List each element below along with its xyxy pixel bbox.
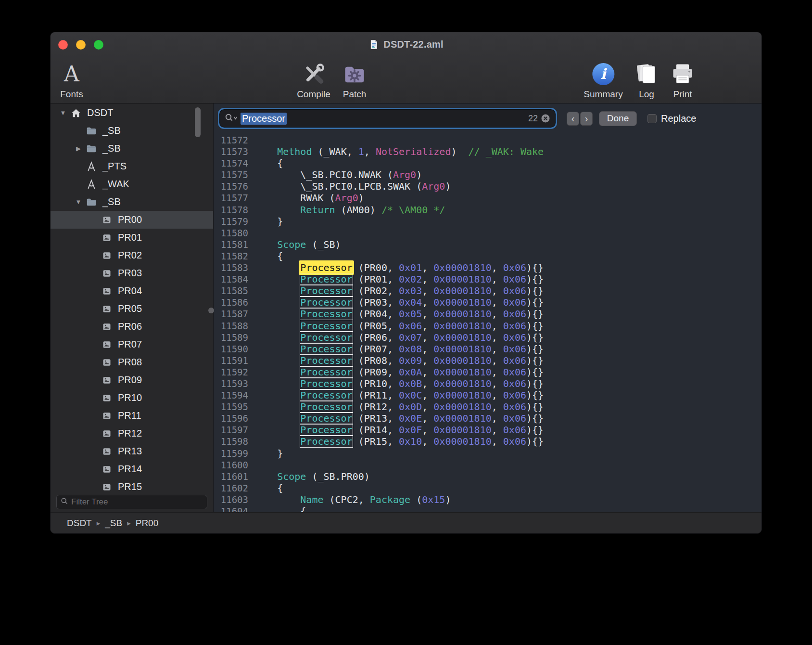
find-input[interactable]: Processor 22 [220, 110, 555, 127]
sidebar-scrollbar-thumb[interactable] [195, 107, 201, 137]
tree-item-pr10[interactable]: PR10 [51, 389, 213, 407]
tree-item-pr09[interactable]: PR09 [51, 371, 213, 389]
tree-item-pr11[interactable]: PR11 [51, 407, 213, 425]
find-previous-button[interactable]: ‹ [567, 112, 579, 126]
tree-item-pts[interactable]: _PTS [51, 157, 213, 175]
code-text: { [254, 482, 283, 494]
code-text: Processor (PR09, 0x0A, 0x00001810, 0x06)… [254, 366, 544, 378]
code-text: Processor (PR11, 0x0C, 0x00001810, 0x06)… [254, 389, 544, 401]
tree-item-pr15[interactable]: PR15 [51, 478, 213, 492]
code-token [254, 401, 300, 413]
tree-item-pr06[interactable]: PR06 [51, 318, 213, 335]
tree-item-sb[interactable]: _SB [51, 122, 213, 140]
code-token: 0x06 [503, 389, 526, 401]
code-token [254, 378, 300, 389]
tree-item-wak[interactable]: _WAK [51, 175, 213, 193]
breadcrumb-item[interactable]: PR00 [136, 518, 159, 529]
zoom-window-button[interactable] [94, 40, 103, 50]
code-line: 11588 Processor (PR05, 0x06, 0x00001810,… [214, 320, 761, 332]
code-token: 0x06 [503, 285, 526, 297]
breadcrumb-item[interactable]: DSDT [67, 518, 92, 529]
code-token: 0x08 [399, 343, 422, 355]
code-token: { [254, 157, 283, 169]
find-match: Processor [300, 355, 352, 366]
processor-icon [100, 269, 114, 278]
tree-item-sb[interactable]: ▼_SB [51, 193, 213, 211]
code-token: 0x00001810 [433, 297, 491, 308]
log-button[interactable]: Log [634, 60, 659, 100]
compile-button[interactable]: Compile [297, 60, 330, 100]
minimize-window-button[interactable] [76, 40, 86, 50]
tree-item-pr05[interactable]: PR05 [51, 300, 213, 318]
clear-search-icon[interactable] [541, 114, 550, 123]
code-token: (PR03, [353, 297, 399, 308]
code-lines[interactable]: 1157211573 Method (_WAK, 1, NotSerialize… [214, 133, 761, 512]
filter-tree-input[interactable] [71, 497, 203, 507]
tree-item-label: PR09 [118, 374, 142, 386]
code-token: , [492, 424, 503, 436]
tree-item-pr02[interactable]: PR02 [51, 246, 213, 264]
title-group: DSDT-22.aml [368, 39, 443, 50]
code-token: 0x06 [503, 262, 526, 273]
path-bar: DSDT▸_SB▸PR00 [51, 512, 761, 533]
line-number: 11603 [214, 494, 254, 505]
code-token: , [422, 401, 433, 413]
print-button[interactable]: Print [670, 60, 695, 100]
tree-item-pr13[interactable]: PR13 [51, 442, 213, 460]
line-number: 11572 [214, 134, 254, 146]
disclosure-down-icon[interactable]: ▼ [57, 109, 69, 116]
replace-toggle[interactable]: Replace [647, 113, 696, 124]
disclosure-down-icon[interactable]: ▼ [73, 198, 84, 206]
code-token: (PR02, [353, 285, 399, 297]
tree-item-pr14[interactable]: PR14 [51, 460, 213, 478]
code-text: \_SB.PCI0.LPCB.SWAK (Arg0) [254, 181, 451, 192]
filter-field[interactable] [56, 495, 207, 509]
tree-item-pr12[interactable]: PR12 [51, 425, 213, 442]
window-title: DSDT-22.aml [383, 39, 443, 50]
code-line: 11589 Processor (PR06, 0x07, 0x00001810,… [214, 332, 761, 343]
replace-checkbox[interactable] [647, 114, 657, 123]
tree-item-pr00[interactable]: PR00 [51, 211, 213, 229]
code-line: 11578 Return (AM00) /* \AM00 */ [214, 204, 761, 216]
patch-label: Patch [343, 89, 367, 100]
disclosure-right-icon[interactable]: ▶ [73, 145, 84, 152]
code-token: 0x06 [399, 320, 422, 332]
code-token: Arg0 [335, 192, 358, 204]
find-next-button[interactable]: › [580, 112, 593, 126]
house-icon [69, 108, 83, 118]
find-match-current: Processor [300, 262, 352, 273]
line-number: 11587 [214, 308, 254, 320]
tree-item-pr07[interactable]: PR07 [51, 335, 213, 353]
tree-item-pr01[interactable]: PR01 [51, 229, 213, 246]
search-menu-icon[interactable] [225, 113, 238, 124]
tree-item-pr08[interactable]: PR08 [51, 353, 213, 371]
fonts-button[interactable]: A Fonts [60, 60, 83, 100]
code-token: 0x00001810 [433, 320, 491, 332]
code-token: } [254, 448, 283, 459]
title-bar[interactable]: DSDT-22.aml [51, 32, 761, 56]
patch-button[interactable]: Patch [342, 60, 367, 100]
tree-item-dsdt[interactable]: ▼DSDT [51, 104, 213, 122]
code-token: ){} [526, 378, 544, 389]
breadcrumb-item[interactable]: _SB [105, 518, 122, 529]
summary-button[interactable]: i Summary [584, 60, 622, 100]
tree-item-pr04[interactable]: PR04 [51, 282, 213, 300]
done-button[interactable]: Done [599, 111, 637, 126]
code-token: ( [410, 494, 422, 505]
line-number: 11602 [214, 482, 254, 494]
code-line: 11599 } [214, 448, 761, 459]
code-text: } [254, 448, 283, 459]
close-window-button[interactable] [58, 40, 68, 50]
splitter-handle[interactable] [208, 308, 214, 313]
code-token: Package [370, 494, 410, 505]
tree-item-pr03[interactable]: PR03 [51, 264, 213, 282]
code-token: 0x06 [503, 378, 526, 389]
code-token: 0x06 [503, 401, 526, 413]
code-token: (PR07, [353, 343, 399, 355]
code-line: 11584 Processor (PR01, 0x02, 0x00001810,… [214, 273, 761, 285]
code-token: , [492, 389, 503, 401]
line-number: 11581 [214, 239, 254, 250]
processor-icon [100, 322, 114, 332]
code-line: 11596 Processor (PR13, 0x0E, 0x00001810,… [214, 413, 761, 424]
tree-item-sb[interactable]: ▶_SB [51, 140, 213, 157]
